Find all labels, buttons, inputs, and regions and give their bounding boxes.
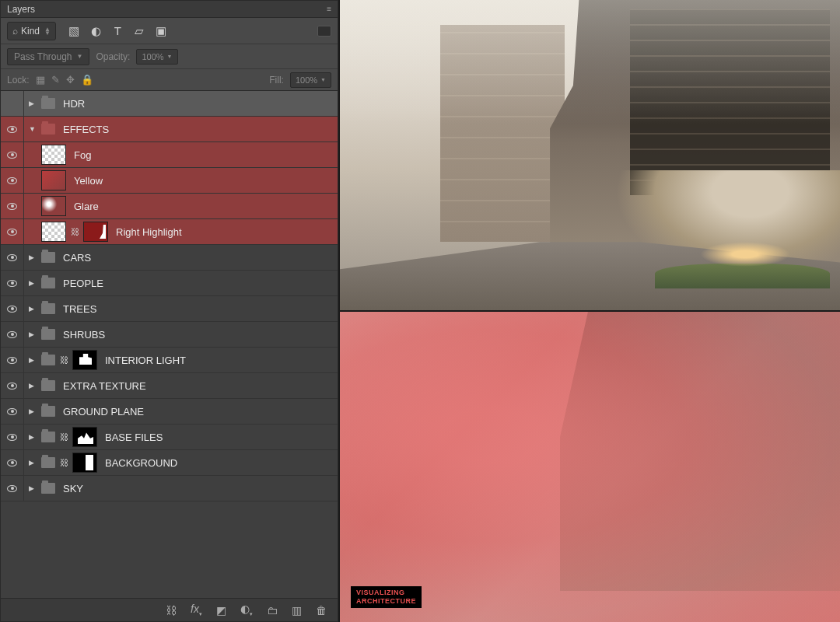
layer-mask-thumbnail[interactable]: [72, 427, 97, 447]
disclosure-triangle-icon[interactable]: ▶: [29, 407, 37, 415]
filter-shape-icon[interactable]: ▱: [134, 25, 145, 37]
layer-row[interactable]: ▶⛓BACKGROUND: [1, 450, 338, 476]
add-fx-icon[interactable]: fx▾: [191, 603, 202, 617]
new-group-icon[interactable]: 🗀: [267, 604, 278, 617]
panel-menu-icon[interactable]: ≡: [327, 5, 331, 13]
layer-row[interactable]: ▶SKY: [1, 476, 338, 501]
link-layers-icon[interactable]: ⛓: [166, 604, 177, 617]
visibility-toggle[interactable]: [1, 117, 24, 142]
layer-name[interactable]: EFFECTS: [63, 124, 109, 135]
disclosure-triangle-icon[interactable]: ▶: [29, 433, 37, 441]
layer-row[interactable]: ▶HDR: [1, 91, 338, 117]
layer-mask-thumbnail[interactable]: [83, 222, 108, 242]
layer-name[interactable]: Right Highlight: [116, 226, 182, 238]
visibility-toggle[interactable]: [1, 399, 24, 424]
disclosure-triangle-icon[interactable]: ▶: [29, 253, 37, 261]
disclosure-triangle-icon[interactable]: ▶: [29, 279, 37, 287]
fill-input[interactable]: 100% ▼: [290, 72, 331, 88]
folder-icon: [41, 303, 55, 314]
visibility-toggle[interactable]: [1, 322, 24, 347]
disclosure-triangle-icon[interactable]: ▶: [29, 382, 37, 390]
layer-name[interactable]: EXTRA TEXTURE: [63, 380, 146, 392]
layer-row[interactable]: Yellow: [1, 168, 338, 194]
layer-row[interactable]: ▶GROUND PLANE: [1, 399, 338, 425]
layer-name[interactable]: GROUND PLANE: [63, 406, 144, 418]
add-mask-icon[interactable]: ◩: [216, 604, 226, 617]
layer-row[interactable]: ▶CARS: [1, 245, 338, 271]
layer-row[interactable]: ⛓Right Highlight: [1, 219, 338, 245]
new-layer-icon[interactable]: ▥: [292, 604, 302, 617]
filter-kind-dropdown[interactable]: ⌕ Kind ▲▼: [7, 22, 56, 40]
filter-toggle[interactable]: [317, 26, 331, 37]
blend-mode-dropdown[interactable]: Pass Through ▼: [7, 48, 89, 65]
filter-adjust-icon[interactable]: ◐: [90, 25, 102, 37]
visibility-toggle[interactable]: [1, 219, 24, 244]
disclosure-triangle-icon[interactable]: ▶: [29, 305, 37, 313]
visibility-toggle[interactable]: [1, 271, 24, 295]
visibility-toggle[interactable]: [1, 245, 24, 270]
layer-thumbnail[interactable]: [41, 145, 66, 165]
layer-name[interactable]: SKY: [63, 483, 83, 494]
add-adjustment-icon[interactable]: ◐▾: [240, 603, 253, 617]
link-icon: ⛓: [60, 355, 68, 365]
filter-type-icon[interactable]: T: [112, 25, 124, 37]
eye-icon: [7, 485, 17, 492]
filter-smart-icon[interactable]: ▣: [156, 25, 167, 37]
layer-thumbnail[interactable]: [41, 196, 66, 216]
layer-row[interactable]: ▶PEOPLE: [1, 271, 338, 296]
disclosure-triangle-icon[interactable]: ▼: [29, 125, 37, 133]
visibility-toggle[interactable]: [1, 296, 24, 321]
visibility-toggle[interactable]: [1, 450, 24, 475]
layer-row[interactable]: Fog: [1, 142, 338, 168]
layer-row[interactable]: Glare: [1, 194, 338, 219]
render-final: [340, 0, 840, 310]
disclosure-triangle-icon[interactable]: ▶: [29, 459, 37, 466]
lock-label: Lock:: [7, 75, 30, 86]
visibility-toggle[interactable]: [1, 348, 24, 372]
disclosure-triangle-icon[interactable]: ▶: [29, 100, 37, 107]
layer-row[interactable]: ▶EXTRA TEXTURE: [1, 373, 338, 399]
layer-name[interactable]: HDR: [63, 98, 85, 110]
visibility-toggle[interactable]: [1, 142, 24, 167]
layer-row[interactable]: ▶⛓BASE FILES: [1, 425, 338, 450]
lock-all-icon[interactable]: 🔒: [81, 74, 93, 86]
layer-name[interactable]: CARS: [63, 252, 91, 264]
layer-list[interactable]: ▶HDR▼EFFECTSFogYellowGlare⛓Right Highlig…: [1, 91, 338, 598]
filter-pixel-icon[interactable]: ▧: [68, 25, 80, 37]
layer-name[interactable]: BACKGROUND: [105, 457, 177, 469]
layer-row[interactable]: ▶⛓INTERIOR LIGHT: [1, 348, 338, 373]
layer-mask-thumbnail[interactable]: [72, 350, 97, 370]
layer-content: ▶⛓INTERIOR LIGHT: [24, 348, 338, 372]
visibility-toggle[interactable]: [1, 476, 24, 501]
eye-icon: [7, 383, 17, 390]
visibility-toggle[interactable]: [1, 168, 24, 193]
layer-thumbnail[interactable]: [41, 222, 66, 242]
layer-name[interactable]: INTERIOR LIGHT: [105, 355, 186, 366]
layer-row[interactable]: ▶TREES: [1, 296, 338, 322]
layer-row[interactable]: ▼EFFECTS: [1, 117, 338, 142]
disclosure-triangle-icon[interactable]: ▶: [29, 330, 37, 338]
layer-name[interactable]: Fog: [74, 149, 91, 161]
visibility-toggle[interactable]: [1, 373, 24, 398]
layer-name[interactable]: SHRUBS: [63, 329, 105, 341]
layer-thumbnail[interactable]: [41, 170, 66, 190]
eye-icon: [7, 331, 17, 338]
lock-position-icon[interactable]: ✥: [66, 74, 75, 86]
layer-mask-thumbnail[interactable]: [72, 453, 97, 473]
disclosure-triangle-icon[interactable]: ▶: [29, 356, 37, 364]
layer-name[interactable]: Yellow: [74, 175, 103, 187]
layer-name[interactable]: Glare: [74, 201, 99, 212]
opacity-input[interactable]: 100% ▼: [136, 49, 177, 65]
visibility-toggle[interactable]: [1, 194, 24, 218]
lock-pixels-icon[interactable]: ✎: [51, 74, 60, 86]
folder-icon: [41, 278, 55, 288]
visibility-toggle[interactable]: [1, 425, 24, 449]
layer-name[interactable]: PEOPLE: [63, 278, 103, 289]
layer-name[interactable]: TREES: [63, 303, 96, 315]
layer-row[interactable]: ▶SHRUBS: [1, 322, 338, 348]
delete-layer-icon[interactable]: 🗑: [316, 604, 327, 617]
visibility-toggle[interactable]: [1, 91, 24, 116]
lock-transparent-icon[interactable]: ▦: [36, 74, 45, 86]
disclosure-triangle-icon[interactable]: ▶: [29, 484, 37, 492]
layer-name[interactable]: BASE FILES: [105, 432, 163, 443]
